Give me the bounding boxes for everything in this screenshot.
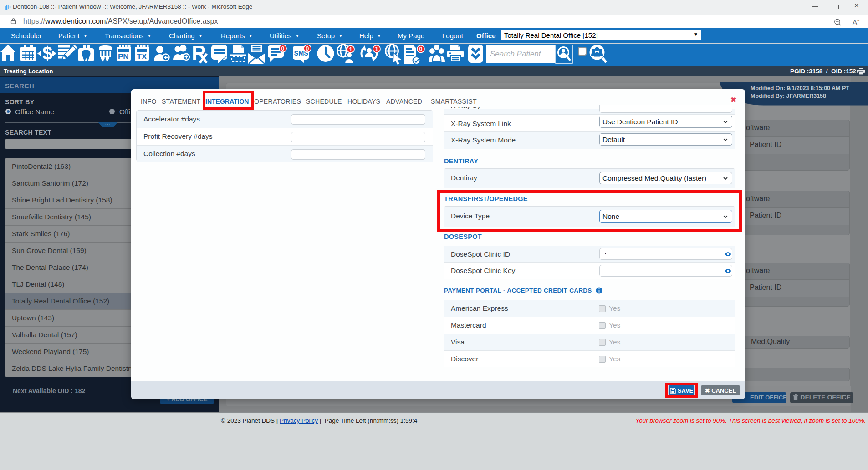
svg-text:R: R: [192, 44, 206, 64]
svg-text:0: 0: [419, 46, 423, 52]
svg-text:0: 0: [281, 45, 285, 52]
svg-text:0: 0: [306, 45, 309, 52]
svg-text:TX: TX: [137, 52, 147, 61]
svg-text:1: 1: [375, 46, 378, 52]
svg-text:$: $: [42, 44, 52, 63]
svg-text:1: 1: [349, 46, 352, 53]
svg-text:PN: PN: [118, 52, 129, 61]
svg-text:Modified On: 9/1/2023 8:15:00: Modified On: 9/1/2023 8:15:00 AM PT: [751, 85, 849, 91]
svg-text:Search Patient...: Search Patient...: [490, 50, 547, 58]
svg-text:Modified By: JFARMER3158: Modified By: JFARMER3158: [751, 93, 826, 99]
